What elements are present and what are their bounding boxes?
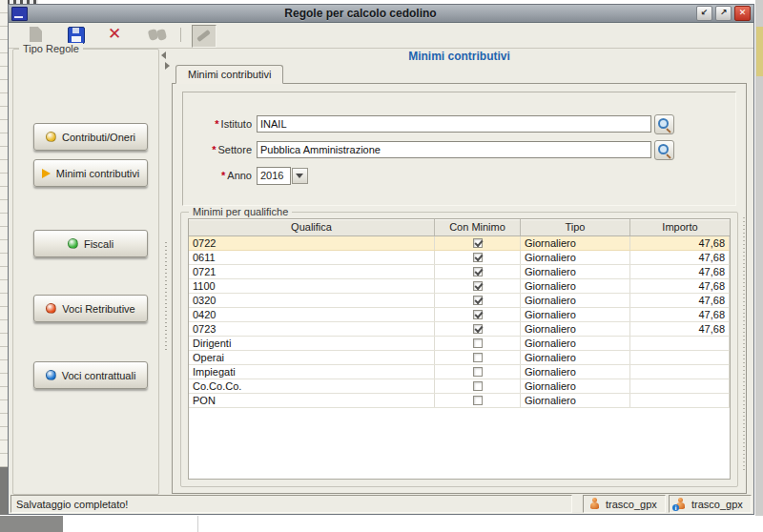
cell-tipo: Giornaliero xyxy=(521,236,630,250)
checkbox[interactable] xyxy=(473,353,483,362)
anno-combobox[interactable]: 2016 xyxy=(257,167,291,185)
splitter-handle[interactable] xyxy=(165,242,167,352)
cell-qualifica: Impiegati xyxy=(189,365,435,379)
combo-dropdown-icon[interactable] xyxy=(292,168,308,184)
tools-icon[interactable] xyxy=(192,25,217,48)
cell-con-minimo xyxy=(435,337,521,350)
cell-importo xyxy=(630,365,730,379)
main-panel: Minimi contributivi Minimi contributivi … xyxy=(171,47,748,495)
cell-con-minimo xyxy=(435,308,521,321)
column-header-importo[interactable]: Importo xyxy=(630,219,730,235)
sidebar-button-fiscali[interactable]: Fiscali xyxy=(33,230,148,257)
cell-con-minimo xyxy=(435,322,521,336)
user-panel-1: trasco_gpx xyxy=(583,495,666,513)
checkbox[interactable] xyxy=(473,238,483,248)
table-row[interactable]: ImpiegatiGiornaliero xyxy=(189,365,730,379)
toolbar: ✕ xyxy=(9,23,753,49)
cell-qualifica: Co.Co.Co. xyxy=(189,379,435,393)
sidebar-button-voci-retributive[interactable]: Voci Retributive xyxy=(33,295,148,322)
background-dark-strip xyxy=(0,467,8,515)
cell-qualifica: 0320 xyxy=(189,294,435,307)
settore-label: *Settore xyxy=(183,144,252,155)
table-row[interactable]: 0611Giornaliero47,68 xyxy=(189,251,730,265)
cell-qualifica: 0420 xyxy=(189,308,435,321)
magnifier-icon xyxy=(658,118,669,129)
right-scroll-track[interactable] xyxy=(743,217,745,470)
user-panel-2: i trasco_gpx xyxy=(669,495,752,513)
sidebar-button-voci-contrattuali[interactable]: Voci contrattuali xyxy=(33,361,148,389)
cell-con-minimo xyxy=(435,365,521,379)
background-bottom-line xyxy=(197,516,198,532)
anno-label: *Anno xyxy=(183,170,252,181)
user-info-icon: i xyxy=(674,498,687,510)
cell-qualifica: Dirigenti xyxy=(189,337,435,350)
table-row[interactable]: OperaiGiornaliero xyxy=(189,351,730,365)
circle-icon xyxy=(68,238,78,249)
minimize-button[interactable]: ↙ xyxy=(696,6,712,21)
table-row[interactable]: 1100Giornaliero47,68 xyxy=(189,279,730,294)
cell-tipo: Giornaliero xyxy=(521,251,630,264)
column-header-con-minimo[interactable]: Con Minimo xyxy=(435,219,521,235)
checkbox[interactable] xyxy=(473,324,483,334)
table-row[interactable]: DirigentiGiornaliero xyxy=(189,337,730,351)
cell-importo xyxy=(630,337,730,350)
sidebar-button-label: Contributi/Oneri xyxy=(62,132,135,143)
checkbox[interactable] xyxy=(473,310,483,319)
background-right-yellow-strip xyxy=(756,27,763,76)
column-header-qualifica[interactable]: Qualifica xyxy=(189,219,435,235)
sidebar-button-label: Voci Retributive xyxy=(62,303,134,315)
background-window-left-edge xyxy=(0,0,8,467)
sidebar-button-contributi-oneri[interactable]: Contributi/Oneri xyxy=(33,123,148,151)
checkbox[interactable] xyxy=(473,296,483,305)
app-logo-icon xyxy=(11,7,28,21)
settore-field[interactable] xyxy=(257,141,651,158)
table-row[interactable]: Co.Co.Co.Giornaliero xyxy=(189,379,730,394)
table-row[interactable]: 0723Giornaliero47,68 xyxy=(189,322,730,337)
user-label: trasco_gpx xyxy=(606,499,657,510)
table-row[interactable]: 0420Giornaliero47,68 xyxy=(189,308,730,322)
table-row[interactable]: 0320Giornaliero47,68 xyxy=(189,294,730,308)
sidebar-group-tipo-regole: Tipo Regole xyxy=(12,49,159,495)
collapse-right-icon[interactable] xyxy=(165,62,170,70)
checkbox[interactable] xyxy=(473,381,483,391)
istituto-lookup-button[interactable] xyxy=(654,114,674,134)
maximize-button[interactable]: ↗ xyxy=(715,6,732,21)
form-row-anno: *Anno 2016 xyxy=(183,167,674,184)
sidebar-button-label: Fiscali xyxy=(84,238,113,250)
cell-tipo: Giornaliero xyxy=(521,294,630,307)
collapse-left-icon[interactable] xyxy=(161,51,166,59)
checkbox[interactable] xyxy=(473,367,483,377)
checkbox[interactable] xyxy=(473,281,483,291)
info-badge: i xyxy=(672,504,679,511)
table-row[interactable]: PONGiornaliero xyxy=(189,394,730,408)
new-document-icon[interactable] xyxy=(30,27,42,42)
cell-con-minimo xyxy=(435,294,521,307)
table-row[interactable]: 0722Giornaliero47,68 xyxy=(189,236,730,251)
close-button[interactable]: ✕ xyxy=(734,6,751,21)
delete-icon[interactable]: ✕ xyxy=(108,24,121,45)
cell-qualifica: 0611 xyxy=(189,251,435,264)
cell-con-minimo xyxy=(435,351,521,364)
table-row[interactable]: 0721Giornaliero47,68 xyxy=(189,265,730,279)
splitter[interactable] xyxy=(161,47,171,493)
magnifier-handle xyxy=(666,128,671,133)
istituto-field[interactable] xyxy=(257,115,651,133)
group-label: Minimi per qualifiche xyxy=(189,206,292,217)
column-header-tipo[interactable]: Tipo xyxy=(521,219,630,235)
settore-lookup-button[interactable] xyxy=(654,140,674,160)
save-icon[interactable] xyxy=(68,27,85,44)
anno-value: 2016 xyxy=(258,168,290,184)
user-icon xyxy=(588,498,601,510)
cell-tipo: Giornaliero xyxy=(521,322,630,336)
checkbox[interactable] xyxy=(473,396,483,405)
table-header: Qualifica Con Minimo Tipo Importo xyxy=(189,219,730,236)
checkbox[interactable] xyxy=(473,253,483,262)
magnifier-icon xyxy=(658,144,669,154)
checkbox[interactable] xyxy=(473,267,483,276)
cell-qualifica: PON xyxy=(189,394,435,407)
tab-minimi-contributivi[interactable]: Minimi contributivi xyxy=(175,65,283,84)
find-binoculars-icon[interactable] xyxy=(148,30,169,41)
sidebar-button-minimi-contributivi[interactable]: Minimi contributivi xyxy=(33,159,148,187)
title-bar[interactable]: Regole per calcolo cedolino ↙ ↗ ✕ xyxy=(9,5,753,23)
checkbox[interactable] xyxy=(473,338,483,348)
